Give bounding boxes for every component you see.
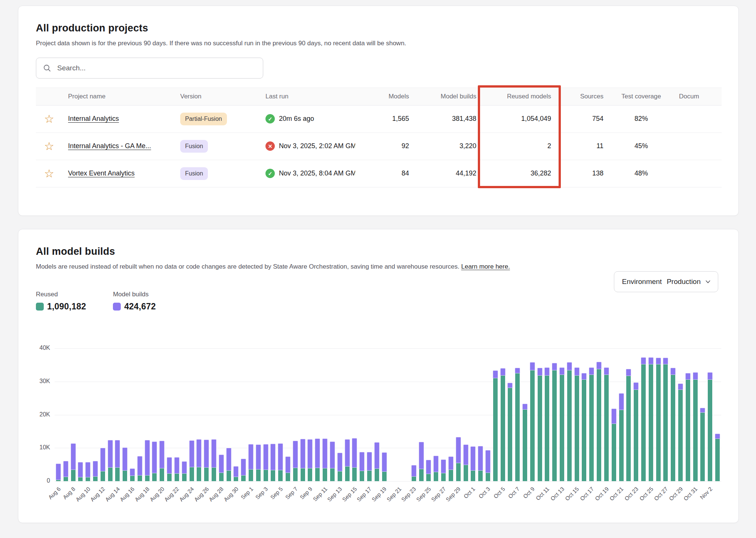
bar-reused-segment[interactable]	[493, 378, 498, 481]
bar-model-builds-segment[interactable]	[559, 367, 565, 375]
bar-model-builds-segment[interactable]	[211, 439, 216, 468]
bar-model-builds-segment[interactable]	[56, 464, 61, 480]
bar-reused-segment[interactable]	[575, 376, 579, 481]
project-name-link[interactable]: Vortex Event Analytics	[68, 169, 135, 177]
bar-reused-segment[interactable]	[56, 480, 61, 481]
bar-reused-segment[interactable]	[130, 476, 135, 481]
bar-reused-segment[interactable]	[530, 370, 535, 481]
bar-model-builds-segment[interactable]	[589, 367, 594, 375]
bar-reused-segment[interactable]	[619, 410, 624, 481]
bar-model-builds-segment[interactable]	[633, 382, 639, 390]
bar-reused-segment[interactable]	[589, 375, 594, 481]
bar-model-builds-segment[interactable]	[663, 358, 668, 364]
bar-reused-segment[interactable]	[278, 470, 283, 481]
bar-reused-segment[interactable]	[241, 476, 246, 481]
bar-model-builds-segment[interactable]	[433, 456, 439, 472]
bar-reused-segment[interactable]	[338, 471, 342, 481]
bar-reused-segment[interactable]	[626, 376, 631, 481]
bar-model-builds-segment[interactable]	[448, 456, 454, 470]
bar-reused-segment[interactable]	[360, 471, 364, 481]
bar-reused-segment[interactable]	[108, 468, 113, 481]
bar-model-builds-segment[interactable]	[137, 456, 142, 476]
bar-reused-segment[interactable]	[123, 471, 127, 481]
bar-model-builds-segment[interactable]	[330, 441, 335, 468]
bar-reused-segment[interactable]	[434, 472, 438, 481]
bar-reused-segment[interactable]	[582, 380, 586, 481]
bar-reused-segment[interactable]	[197, 467, 201, 481]
bar-model-builds-segment[interactable]	[485, 450, 491, 473]
bar-model-builds-segment[interactable]	[581, 373, 587, 380]
bar-model-builds-segment[interactable]	[574, 367, 580, 376]
bar-model-builds-segment[interactable]	[493, 370, 498, 378]
bar-model-builds-segment[interactable]	[241, 459, 246, 476]
bar-model-builds-segment[interactable]	[700, 408, 705, 413]
bar-model-builds-segment[interactable]	[204, 440, 209, 468]
bar-model-builds-segment[interactable]	[71, 443, 76, 470]
bar-reused-segment[interactable]	[715, 439, 720, 481]
bar-model-builds-segment[interactable]	[478, 446, 483, 471]
bar-reused-segment[interactable]	[227, 471, 231, 481]
bar-reused-segment[interactable]	[256, 470, 261, 481]
bar-model-builds-segment[interactable]	[648, 357, 654, 364]
bar-model-builds-segment[interactable]	[189, 440, 194, 467]
bar-reused-segment[interactable]	[234, 477, 238, 481]
bar-reused-segment[interactable]	[152, 473, 157, 481]
bar-reused-segment[interactable]	[301, 468, 305, 481]
bar-model-builds-segment[interactable]	[159, 441, 165, 468]
bar-model-builds-segment[interactable]	[626, 369, 631, 376]
bar-reused-segment[interactable]	[538, 376, 542, 481]
bar-model-builds-segment[interactable]	[611, 409, 617, 424]
bar-reused-segment[interactable]	[708, 380, 712, 481]
bar-reused-segment[interactable]	[308, 468, 312, 481]
bar-reused-segment[interactable]	[323, 468, 327, 481]
bar-reused-segment[interactable]	[478, 471, 483, 481]
bar-reused-segment[interactable]	[115, 468, 120, 481]
bar-reused-segment[interactable]	[656, 364, 661, 481]
bar-model-builds-segment[interactable]	[544, 367, 550, 376]
bar-model-builds-segment[interactable]	[411, 465, 417, 477]
bar-reused-segment[interactable]	[204, 468, 209, 481]
bar-model-builds-segment[interactable]	[441, 459, 446, 473]
bar-model-builds-segment[interactable]	[619, 393, 624, 410]
learn-more-link[interactable]: Learn more here.	[461, 263, 510, 270]
bar-reused-segment[interactable]	[486, 473, 490, 481]
bar-model-builds-segment[interactable]	[130, 468, 135, 476]
favorite-star-icon[interactable]: ☆	[42, 113, 54, 125]
bar-model-builds-segment[interactable]	[552, 363, 557, 370]
bar-reused-segment[interactable]	[686, 380, 690, 481]
bar-model-builds-segment[interactable]	[530, 362, 535, 370]
bar-model-builds-segment[interactable]	[219, 455, 224, 473]
project-search-box[interactable]	[36, 58, 263, 79]
bar-reused-segment[interactable]	[560, 375, 564, 481]
bar-reused-segment[interactable]	[634, 390, 638, 481]
bar-model-builds-segment[interactable]	[715, 434, 720, 439]
bar-reused-segment[interactable]	[471, 471, 475, 481]
bar-reused-segment[interactable]	[145, 476, 150, 481]
bar-reused-segment[interactable]	[671, 375, 675, 481]
bar-model-builds-segment[interactable]	[263, 444, 268, 470]
bar-reused-segment[interactable]	[545, 376, 549, 481]
bar-reused-segment[interactable]	[508, 388, 512, 481]
bar-model-builds-segment[interactable]	[367, 452, 372, 471]
project-name-link[interactable]: Internal Analytics	[68, 115, 119, 122]
bar-reused-segment[interactable]	[382, 472, 387, 481]
bar-model-builds-segment[interactable]	[419, 442, 424, 469]
bar-reused-segment[interactable]	[352, 468, 357, 481]
bar-model-builds-segment[interactable]	[293, 441, 298, 468]
bar-model-builds-segment[interactable]	[285, 456, 291, 473]
bar-reused-segment[interactable]	[286, 473, 290, 481]
bar-model-builds-segment[interactable]	[382, 452, 387, 472]
bar-reused-segment[interactable]	[515, 373, 520, 481]
bar-reused-segment[interactable]	[700, 413, 705, 481]
favorite-star-icon[interactable]: ☆	[42, 168, 54, 179]
table-row[interactable]: ☆ Internal Analytics - GA Me... Fusion ✕…	[36, 132, 722, 160]
project-name-link[interactable]: Internal Analytics - GA Me...	[68, 142, 151, 150]
bar-reused-segment[interactable]	[649, 364, 653, 481]
bar-reused-segment[interactable]	[315, 468, 320, 481]
bar-reused-segment[interactable]	[175, 474, 179, 481]
bar-model-builds-segment[interactable]	[122, 447, 127, 471]
bar-reused-segment[interactable]	[501, 376, 505, 481]
bar-model-builds-segment[interactable]	[670, 368, 676, 375]
bar-reused-segment[interactable]	[64, 477, 68, 481]
bar-model-builds-segment[interactable]	[345, 439, 350, 467]
